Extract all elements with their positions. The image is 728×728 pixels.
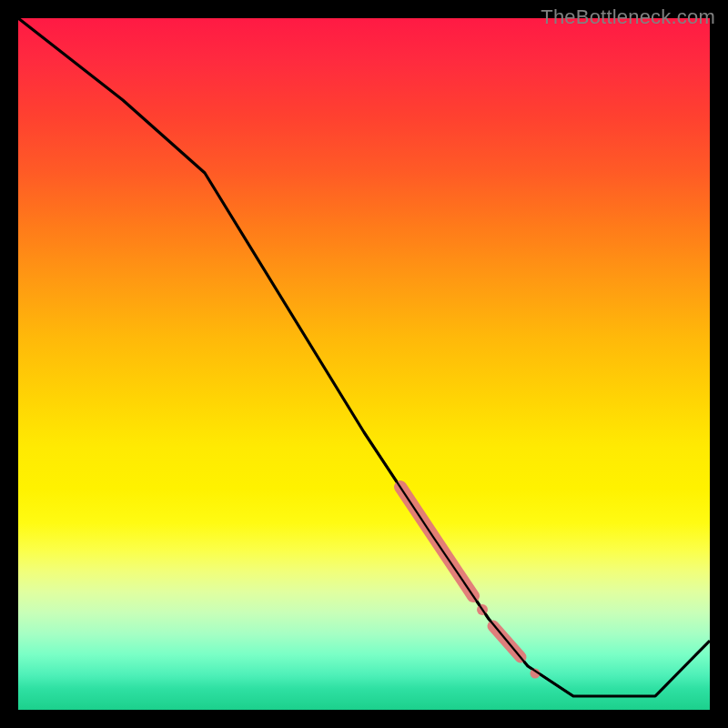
chart-svg xyxy=(18,18,710,710)
watermark-text: TheBottleneck.com xyxy=(541,5,715,29)
curve-line xyxy=(18,18,710,696)
curve-line-overlay xyxy=(364,432,573,696)
